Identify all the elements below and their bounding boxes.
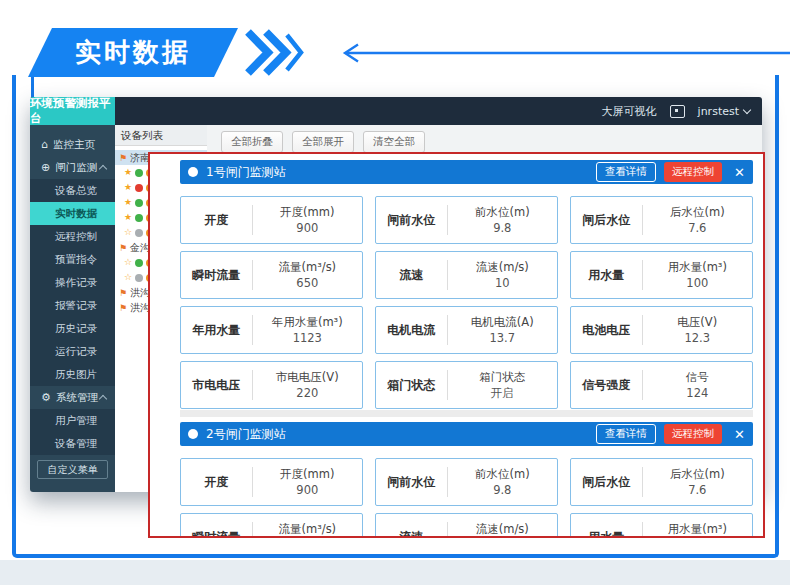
user-menu[interactable]: jnrstest — [698, 105, 750, 118]
app-header: 环境预警测报平台 大屏可视化 jnrstest — [30, 97, 762, 125]
metric-unit: 用水量(m³) — [668, 259, 727, 275]
metric-unit: 市电电压(V) — [276, 369, 339, 385]
metric-unit: 电压(V) — [677, 314, 717, 330]
view-details-button[interactable]: 查看详情 — [596, 162, 656, 182]
custom-menu-button[interactable]: 自定义菜单 — [37, 460, 108, 479]
star-icon[interactable]: ★ — [124, 168, 132, 177]
metric-card-grid: 开度 开度(mm) 900 闸前水位 前水位(m) 9.8 闸后水位 后水位(m… — [180, 458, 753, 538]
toolbar-button[interactable]: 全部展开 — [292, 131, 354, 153]
chevrons-icon — [243, 29, 305, 80]
close-icon[interactable]: ✕ — [734, 427, 745, 442]
remote-control-button[interactable]: 远程控制 — [664, 424, 722, 444]
metric-card: 电机电流 电机电流(A) 13.7 — [375, 306, 558, 354]
sidebar-item[interactable]: ⚙ 系统管理 — [30, 386, 115, 409]
metric-value: 10 — [495, 275, 510, 291]
metric-card: 闸后水位 后水位(m) 7.6 — [570, 196, 753, 244]
star-icon[interactable]: ★ — [124, 213, 132, 222]
status-dot-icon — [135, 184, 143, 192]
sidebar-item[interactable]: 远程控制 — [30, 225, 115, 248]
metric-unit: 开度(mm) — [280, 466, 334, 482]
sidebar-item-label: 历史记录 — [55, 322, 97, 336]
sidebar-item-label: 报警记录 — [55, 299, 97, 313]
toolbar-button[interactable]: 全部折叠 — [221, 131, 283, 153]
metric-name: 年用水量 — [181, 307, 252, 353]
sidebar-item-label: 监控主页 — [53, 138, 95, 152]
bottom-band — [0, 560, 790, 585]
metric-card: 用水量 用水量(m³) 100 — [570, 513, 753, 538]
sidebar-item-label: 实时数据 — [55, 207, 97, 221]
sidebar-item[interactable]: 报警记录 — [30, 294, 115, 317]
sidebar-item[interactable]: 设备管理 — [30, 432, 115, 455]
gate-monitor-icon: ⊕ — [41, 162, 50, 173]
metric-value: 1123 — [293, 330, 322, 346]
banner-connector — [31, 76, 34, 98]
metric-reading: 前水位(m) 9.8 — [448, 459, 557, 505]
station-title: 2号闸门监测站 — [206, 426, 286, 443]
station-actions: 查看详情 远程控制 ✕ — [596, 424, 745, 444]
message-icon[interactable] — [670, 105, 685, 118]
metric-value: 12.3 — [684, 330, 710, 346]
fullscreen-visualization-link[interactable]: 大屏可视化 — [602, 104, 657, 119]
metric-reading: 后水位(m) 7.6 — [643, 197, 752, 243]
metric-card: 信号强度 信号 124 — [570, 361, 753, 409]
metric-reading: 流量(m³/s) 650 — [253, 514, 362, 538]
metric-reading: 流速(m/s) 10 — [448, 252, 557, 298]
sidebar-item[interactable]: 设备总览 — [30, 179, 115, 202]
sidebar-item[interactable]: 预置指令 — [30, 248, 115, 271]
metric-name: 信号强度 — [571, 362, 642, 408]
flag-icon — [119, 302, 127, 313]
star-icon[interactable]: ★ — [124, 198, 132, 207]
metric-value: 220 — [296, 385, 318, 401]
page: 实时数据 环境预警测报平台 大屏可视化 jnrstest — [0, 0, 790, 585]
metric-card: 开度 开度(mm) 900 — [180, 196, 363, 244]
station-title: 1号闸门监测站 — [206, 164, 286, 181]
sidebar-item[interactable]: 运行记录 — [30, 340, 115, 363]
sidebar-item-label: 运行记录 — [55, 345, 97, 359]
sidebar-item[interactable]: ⊕ 闸门监测 — [30, 156, 115, 179]
sidebar-item[interactable]: 操作记录 — [30, 271, 115, 294]
metric-unit: 流速(m/s) — [476, 259, 529, 275]
metric-name: 电机电流 — [376, 307, 447, 353]
station-header: 1号闸门监测站 查看详情 远程控制 ✕ — [180, 160, 753, 184]
metric-card: 年用水量 年用水量(m³) 1123 — [180, 306, 363, 354]
sidebar-item-label: 预置指令 — [55, 253, 97, 267]
star-icon[interactable]: ☆ — [124, 228, 132, 237]
star-icon[interactable]: ☆ — [124, 273, 132, 282]
metric-value: 900 — [296, 482, 318, 498]
metric-card: 开度 开度(mm) 900 — [180, 458, 363, 506]
toolbar-button[interactable]: 清空全部 — [363, 131, 425, 153]
sidebar: ⌂ 监控主页 ⊕ 闸门监测 设备总览 实时数据 远程控制 预置指令 操作记录 报… — [30, 125, 115, 492]
sidebar-menu: ⌂ 监控主页 ⊕ 闸门监测 设备总览 实时数据 远程控制 预置指令 操作记录 报… — [30, 125, 115, 455]
station-actions: 查看详情 远程控制 ✕ — [596, 162, 745, 182]
status-circle-icon — [188, 167, 198, 177]
status-dot-icon — [135, 214, 143, 222]
metric-unit: 后水位(m) — [670, 466, 725, 482]
metric-value: 7.6 — [688, 220, 706, 236]
star-icon[interactable]: ☆ — [124, 258, 132, 267]
metric-value: 100 — [686, 537, 708, 538]
remote-control-button[interactable]: 远程控制 — [664, 162, 722, 182]
sidebar-item[interactable]: 用户管理 — [30, 409, 115, 432]
metric-unit: 电机电流(A) — [471, 314, 534, 330]
close-icon[interactable]: ✕ — [734, 165, 745, 180]
metric-name: 瞬时流量 — [181, 252, 252, 298]
metric-value: 13.7 — [489, 330, 515, 346]
sidebar-item[interactable]: ⌂ 监控主页 — [30, 133, 115, 156]
flag-icon — [119, 152, 127, 163]
metric-name: 瞬时流量 — [181, 514, 252, 538]
sidebar-item[interactable]: 实时数据 — [30, 202, 115, 225]
flag-icon — [119, 242, 127, 253]
metric-unit: 流量(m³/s) — [278, 259, 336, 275]
sidebar-item[interactable]: 历史记录 — [30, 317, 115, 340]
header-right: 大屏可视化 jnrstest — [602, 104, 762, 119]
home-icon: ⌂ — [41, 139, 48, 150]
metric-unit: 用水量(m³) — [668, 521, 727, 537]
sidebar-item[interactable]: 历史图片 — [30, 363, 115, 386]
star-icon[interactable]: ★ — [124, 183, 132, 192]
metric-name: 闸前水位 — [376, 459, 447, 505]
chevron-up-icon — [99, 395, 107, 403]
metric-name: 流速 — [376, 514, 447, 538]
metric-card: 闸前水位 前水位(m) 9.8 — [375, 458, 558, 506]
view-details-button[interactable]: 查看详情 — [596, 424, 656, 444]
metric-reading: 开度(mm) 900 — [253, 459, 362, 505]
